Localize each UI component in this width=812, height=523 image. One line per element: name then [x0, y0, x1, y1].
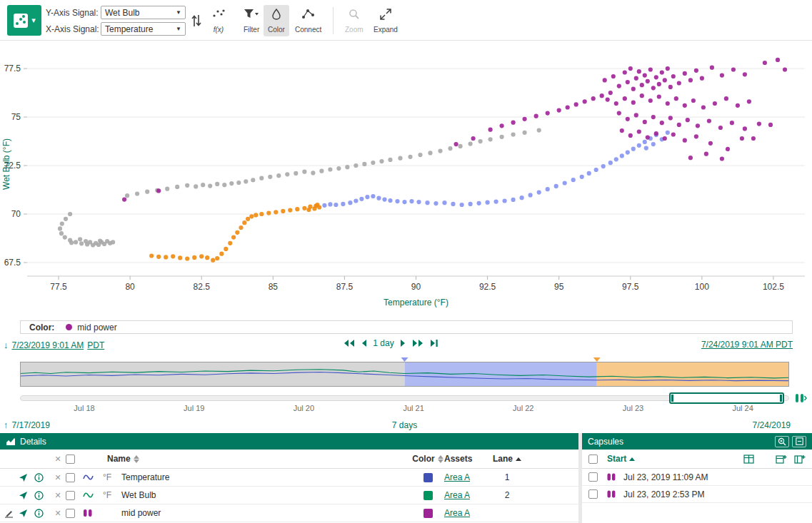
collapse-panel-button[interactable]	[792, 436, 806, 447]
sort-icon[interactable]	[134, 455, 139, 463]
range-duration[interactable]: 7 days	[20, 420, 789, 430]
start-column-header[interactable]: Start	[607, 454, 626, 464]
capsules-header: Capsules	[582, 433, 812, 450]
strip-marker[interactable]	[593, 357, 601, 362]
x-tick-label: 87.5	[336, 282, 354, 292]
scatter-plot[interactable]: 67.57072.57577.577.58082.58587.59092.595…	[0, 41, 812, 319]
item-name: Wet Bulb	[121, 490, 411, 500]
trend-navigate-icon[interactable]	[19, 509, 28, 518]
expand-label: Expand	[374, 26, 398, 34]
color-swatch[interactable]	[423, 473, 433, 482]
color-swatch[interactable]	[423, 491, 433, 500]
scatter-series-periwinkle	[322, 131, 670, 208]
sort-asc-icon[interactable]	[516, 457, 521, 461]
unit-label: °F	[103, 472, 121, 482]
start-datetime-link[interactable]: 7/23/2019 9:01 AM	[12, 340, 84, 350]
date-tick-label: Jul 24	[732, 404, 753, 412]
color-column-header[interactable]: Color	[412, 454, 434, 464]
color-label: Color	[268, 26, 285, 34]
asset-link[interactable]: Area A	[444, 472, 470, 482]
capsule-row[interactable]: Jul 23, 2019 2:53 PM	[582, 486, 812, 503]
x-tick-label: 85	[269, 282, 279, 292]
step-size-label[interactable]: 1 day	[373, 338, 394, 348]
trend-preview-strip[interactable]	[20, 357, 789, 387]
filter-label: Filter	[244, 26, 259, 34]
asset-link[interactable]: Area A	[444, 490, 470, 500]
swap-axes-button[interactable]	[188, 11, 205, 30]
skip-right-icon	[430, 339, 438, 347]
row-checkbox[interactable]	[66, 491, 75, 500]
row-checkbox[interactable]	[66, 509, 75, 518]
filter-button[interactable]: Filter	[239, 5, 264, 36]
name-column-header[interactable]: Name	[107, 454, 131, 464]
date-tick-label: Jul 21	[403, 404, 423, 412]
info-icon[interactable]	[34, 491, 44, 500]
condition-icon	[83, 509, 93, 517]
capsules-column-header: Start	[582, 450, 812, 469]
details-column-header: ✕ Name Color Assets Lane	[0, 450, 578, 469]
assets-column-header[interactable]: Assets	[444, 454, 472, 464]
sort-icon[interactable]	[438, 455, 443, 463]
details-title: Details	[20, 437, 46, 447]
range-end-date[interactable]: 7/24/2019	[753, 420, 791, 430]
fx-button[interactable]: f(x)	[208, 5, 229, 36]
end-datetime-link[interactable]: 7/24/2019 9:01 AM PDT	[701, 340, 793, 350]
info-icon[interactable]	[34, 473, 44, 482]
details-row-mid-power[interactable]: ✕ mid power Area A	[0, 504, 578, 522]
color-swatch[interactable]	[423, 509, 433, 518]
y-axis-select[interactable]: Wet Bulb ▼	[101, 6, 186, 19]
x-axis-select[interactable]: Temperature ▼	[101, 22, 186, 36]
scatter-view-icon	[13, 13, 29, 29]
view-selector-button[interactable]: ▾	[7, 5, 41, 36]
asset-link[interactable]: Area A	[444, 508, 470, 518]
lane-column-header[interactable]: Lane	[493, 454, 513, 464]
auto-update-icon[interactable]	[794, 392, 807, 406]
capsule-row[interactable]: Jul 23, 2019 11:09 AM	[582, 469, 812, 486]
step-forward-full-button[interactable]	[412, 339, 424, 347]
details-row-temperature[interactable]: ✕ °F Temperature Area A 1	[0, 469, 578, 487]
time-slider-selection[interactable]	[669, 392, 784, 404]
row-checkbox[interactable]	[66, 473, 75, 482]
remove-icon[interactable]: ✕	[54, 509, 61, 518]
capsule-icon	[607, 473, 616, 481]
edit-icon[interactable]	[4, 509, 14, 518]
expand-button[interactable]: Expand	[369, 5, 402, 36]
toolbar: ▾ Y-Axis Signal: Wet Bulb ▼ X-Axis Signa…	[0, 0, 812, 41]
capsule-checkbox[interactable]	[588, 472, 598, 482]
add-column-icon[interactable]	[776, 455, 787, 464]
date-axis: Jul 18Jul 19Jul 20Jul 21Jul 22Jul 23Jul …	[20, 404, 789, 414]
step-forward-button[interactable]	[400, 339, 406, 347]
color-droplet-icon	[271, 9, 281, 20]
sort-asc-icon[interactable]	[629, 457, 635, 461]
columns-icon[interactable]	[743, 455, 754, 464]
strip-region	[405, 362, 597, 387]
remove-icon[interactable]: ✕	[54, 473, 61, 482]
connect-button[interactable]: Connect	[291, 5, 326, 36]
remove-all-icon[interactable]: ✕	[54, 455, 61, 464]
select-all-checkbox[interactable]	[66, 455, 75, 464]
x-tick-label: 97.5	[622, 282, 639, 292]
trend-navigate-icon[interactable]	[19, 491, 28, 500]
fx-scatter-icon	[212, 9, 225, 19]
capsule-checkbox[interactable]	[588, 489, 598, 499]
date-tick-label: Jul 22	[513, 404, 533, 412]
info-icon[interactable]	[34, 509, 44, 518]
select-all-capsules-checkbox[interactable]	[588, 455, 598, 464]
add-stat-column-icon[interactable]	[794, 455, 806, 464]
chevron-down-icon: ▾	[31, 16, 36, 25]
remove-icon[interactable]: ✕	[54, 491, 61, 500]
capsule-icon	[607, 490, 616, 498]
x-tick-label: 90	[411, 282, 421, 292]
step-to-end-button[interactable]	[430, 339, 438, 347]
color-button[interactable]: Color	[264, 5, 289, 36]
x-axis-value: Temperature	[105, 24, 153, 34]
zoom-to-capsule-button[interactable]	[775, 436, 789, 447]
connect-label: Connect	[295, 26, 321, 34]
date-tick-label: Jul 23	[623, 404, 643, 412]
step-back-button[interactable]	[361, 339, 367, 347]
details-row-wet-bulb[interactable]: ✕ °F Wet Bulb Area A 2	[0, 487, 578, 504]
start-timezone-link[interactable]: PDT	[87, 340, 104, 350]
step-back-full-button[interactable]	[343, 339, 355, 347]
strip-marker[interactable]	[401, 357, 408, 362]
trend-navigate-icon[interactable]	[19, 473, 28, 482]
